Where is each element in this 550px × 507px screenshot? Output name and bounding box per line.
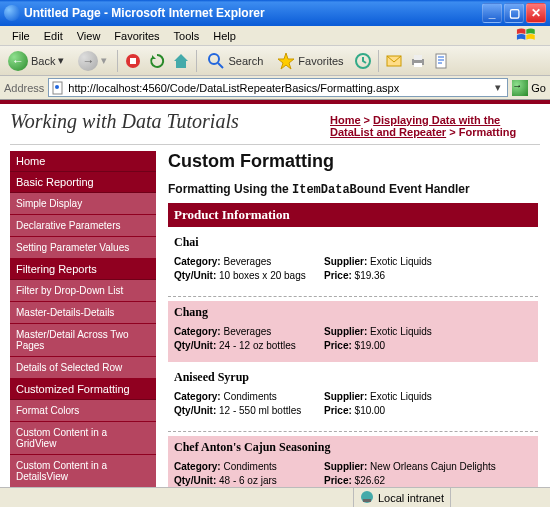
sidebar-item[interactable]: Custom Content in a DetailsView	[10, 455, 156, 488]
mail-icon[interactable]	[385, 52, 403, 70]
go-label: Go	[531, 82, 546, 94]
breadcrumb: Home > Displaying Data with the DataList…	[330, 110, 540, 138]
svg-point-11	[55, 85, 59, 89]
url-text: http://localhost:4560/Code/DataListRepea…	[68, 82, 491, 94]
sidebar-item[interactable]: Declarative Parameters	[10, 215, 156, 237]
product-row: Qty/Unit: 48 - 6 oz jarsPrice: $26.62	[174, 475, 532, 486]
address-label: Address	[4, 82, 44, 94]
content-subheading: Formatting Using the ItemDataBound Event…	[168, 182, 538, 197]
back-arrow-icon: ←	[8, 51, 28, 71]
sidebar-item[interactable]: Details of Selected Row	[10, 357, 156, 379]
go-arrow-icon: →	[512, 80, 528, 96]
home-icon[interactable]	[172, 52, 190, 70]
window-title: Untitled Page - Microsoft Internet Explo…	[24, 6, 482, 20]
search-button[interactable]: Search	[203, 50, 267, 72]
toolbar-separator	[117, 50, 118, 72]
sidebar-item[interactable]: Filter by Drop-Down List	[10, 280, 156, 302]
product-name: Chef Anton's Cajun Seasoning	[174, 440, 532, 455]
search-icon	[207, 52, 225, 70]
chevron-down-icon: ▾	[58, 54, 64, 67]
favorites-label: Favorites	[298, 55, 343, 67]
section-header: Product Information	[168, 203, 538, 227]
window-close-button[interactable]: ✕	[526, 3, 546, 23]
content-heading: Custom Formatting	[168, 151, 538, 172]
sidebar-item[interactable]: Master/Detail Across Two Pages	[10, 324, 156, 357]
menu-bar: File Edit View Favorites Tools Help	[0, 26, 550, 46]
forward-arrow-icon: →	[78, 51, 98, 71]
chevron-down-icon: ▾	[101, 54, 107, 67]
toolbar-separator	[378, 50, 379, 72]
product-row: Qty/Unit: 12 - 550 ml bottlesPrice: $10.…	[174, 405, 532, 416]
ie-icon	[4, 5, 20, 21]
sidebar-item[interactable]: Master-Details-Details	[10, 302, 156, 324]
svg-rect-13	[363, 499, 371, 502]
forward-button[interactable]: → ▾	[74, 49, 111, 73]
history-icon[interactable]	[354, 52, 372, 70]
toolbar: ← Back ▾ → ▾ Search Favorites	[0, 46, 550, 76]
search-label: Search	[228, 55, 263, 67]
product-divider	[168, 431, 538, 432]
sidebar-group-header[interactable]: Customized Formatting	[10, 379, 156, 400]
product-row: Category: CondimentsSupplier: New Orlean…	[174, 461, 532, 472]
product-item: ChaiCategory: BeveragesSupplier: Exotic …	[168, 231, 538, 292]
svg-point-2	[209, 54, 219, 64]
status-bar: Local intranet	[0, 487, 550, 507]
go-button[interactable]: → Go	[512, 80, 546, 96]
sidebar-item[interactable]: Simple Display	[10, 193, 156, 215]
product-name: Chang	[174, 305, 532, 320]
window-maximize-button[interactable]: ▢	[504, 3, 524, 23]
product-item: ChangCategory: BeveragesSupplier: Exotic…	[168, 301, 538, 362]
menu-edit[interactable]: Edit	[38, 29, 69, 43]
breadcrumb-current: Formatting	[459, 126, 516, 138]
back-button[interactable]: ← Back ▾	[4, 49, 68, 73]
menu-view[interactable]: View	[71, 29, 107, 43]
sidebar-group-header[interactable]: Home	[10, 151, 156, 172]
zone-label: Local intranet	[378, 492, 444, 504]
print-icon[interactable]	[409, 52, 427, 70]
svg-rect-9	[436, 54, 446, 68]
windows-logo-icon	[516, 27, 546, 43]
breadcrumb-home[interactable]: Home	[330, 114, 361, 126]
toolbar-separator	[196, 50, 197, 72]
sidebar-item[interactable]: Custom Content in a GridView	[10, 422, 156, 455]
menu-favorites[interactable]: Favorites	[108, 29, 165, 43]
address-bar: Address http://localhost:4560/Code/DataL…	[0, 76, 550, 100]
page-icon	[51, 81, 65, 95]
star-icon	[277, 52, 295, 70]
sidebar-group-header[interactable]: Filtering Reports	[10, 259, 156, 280]
svg-rect-7	[414, 55, 422, 60]
sidebar-item[interactable]: Setting Parameter Values	[10, 237, 156, 259]
product-name: Chai	[174, 235, 532, 250]
dropdown-icon[interactable]: ▾	[491, 81, 505, 94]
header-divider	[10, 144, 540, 145]
back-label: Back	[31, 55, 55, 67]
stop-icon[interactable]	[124, 52, 142, 70]
sidebar: HomeBasic ReportingSimple DisplayDeclara…	[0, 151, 156, 501]
main-content: Custom Formatting Formatting Using the I…	[156, 151, 550, 501]
svg-rect-1	[130, 58, 136, 64]
svg-rect-8	[414, 63, 422, 67]
product-divider	[168, 296, 538, 297]
intranet-icon	[360, 490, 374, 506]
window-titlebar: Untitled Page - Microsoft Internet Explo…	[0, 0, 550, 26]
page-title: Working with Data Tutorials	[10, 110, 330, 138]
svg-line-3	[218, 63, 223, 68]
product-row: Qty/Unit: 10 boxes x 20 bagsPrice: $19.3…	[174, 270, 532, 281]
menu-file[interactable]: File	[6, 29, 36, 43]
product-row: Category: CondimentsSupplier: Exotic Liq…	[174, 391, 532, 402]
edit-icon[interactable]	[433, 52, 451, 70]
favorites-button[interactable]: Favorites	[273, 50, 347, 72]
sidebar-item[interactable]: Format Colors	[10, 400, 156, 422]
product-row: Category: BeveragesSupplier: Exotic Liqu…	[174, 326, 532, 337]
sidebar-group-header[interactable]: Basic Reporting	[10, 172, 156, 193]
menu-help[interactable]: Help	[207, 29, 242, 43]
product-name: Aniseed Syrup	[174, 370, 532, 385]
product-row: Category: BeveragesSupplier: Exotic Liqu…	[174, 256, 532, 267]
product-item: Aniseed SyrupCategory: CondimentsSupplie…	[168, 366, 538, 427]
menu-tools[interactable]: Tools	[168, 29, 206, 43]
address-input[interactable]: http://localhost:4560/Code/DataListRepea…	[48, 78, 508, 97]
refresh-icon[interactable]	[148, 52, 166, 70]
window-minimize-button[interactable]: _	[482, 3, 502, 23]
product-row: Qty/Unit: 24 - 12 oz bottlesPrice: $19.0…	[174, 340, 532, 351]
security-zone: Local intranet	[353, 488, 450, 507]
